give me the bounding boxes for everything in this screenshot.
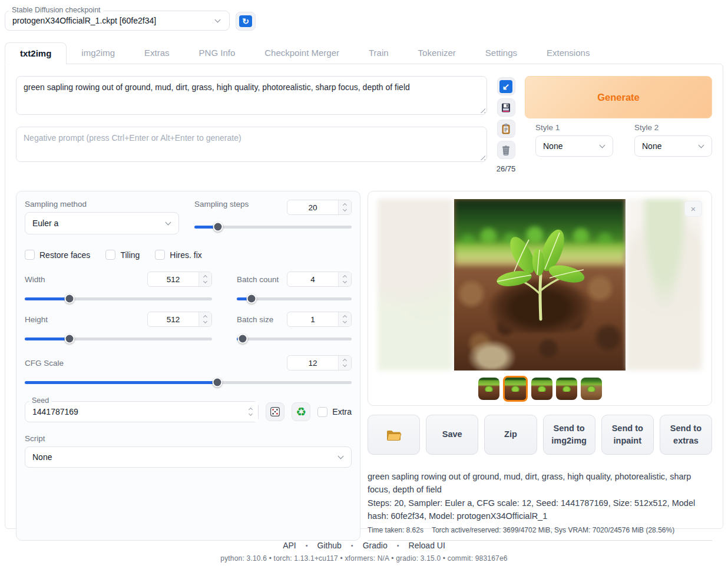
width-slider[interactable] [25, 294, 212, 303]
tab-txt2img[interactable]: txt2img [5, 42, 67, 65]
batch-count-input[interactable]: 4 [287, 272, 352, 287]
footer-links: API • Github • Gradio • Reload UI [0, 541, 728, 550]
send-to-img2img-button[interactable]: Send to img2img [543, 415, 595, 455]
stepper-arrows[interactable] [198, 312, 211, 326]
clipboard-icon [500, 123, 512, 135]
send-to-extras-button[interactable]: Send to extras [660, 415, 712, 455]
cfg-scale-slider[interactable] [25, 378, 352, 387]
height-slider[interactable] [25, 334, 212, 343]
apply-style-button[interactable] [497, 120, 515, 138]
sampling-steps-label: Sampling steps [194, 200, 249, 209]
checkbox-box[interactable] [25, 250, 35, 260]
stepper-arrows[interactable] [338, 312, 351, 326]
refresh-icon: ↻ [239, 15, 252, 27]
batch-count-slider[interactable] [237, 294, 352, 303]
token-counter: 26/75 [497, 164, 516, 173]
close-gallery-button[interactable]: × [684, 201, 702, 217]
slider-handle[interactable] [65, 334, 75, 344]
gallery-blur-right [627, 199, 702, 370]
slider-handle[interactable] [65, 294, 75, 304]
github-link[interactable]: Github [317, 541, 342, 550]
stepper-arrows[interactable] [338, 200, 351, 214]
checkpoint-dropdown[interactable]: Stable Diffusion checkpoint protogenX34O… [5, 11, 230, 31]
save-button[interactable]: Save [426, 415, 478, 455]
folder-icon [386, 429, 402, 441]
prompt-input[interactable]: green sapling rowing out of ground, mud,… [16, 76, 487, 115]
stepper-arrows[interactable] [338, 272, 351, 286]
stepper-arrows[interactable] [198, 272, 211, 286]
script-dropdown[interactable]: None [25, 446, 352, 468]
sampling-method-dropdown[interactable]: Euler a [25, 212, 179, 234]
slider-handle[interactable] [247, 294, 257, 304]
api-link[interactable]: API [283, 541, 296, 550]
width-input[interactable]: 512 [147, 272, 212, 287]
stepper-arrows[interactable] [338, 356, 351, 370]
tab-settings[interactable]: Settings [471, 42, 532, 64]
thumbnail-1[interactable] [478, 378, 499, 400]
checkbox-box[interactable] [105, 250, 115, 260]
reuse-seed-button[interactable]: ♻ [292, 402, 310, 421]
sampling-steps-slider[interactable] [194, 222, 352, 231]
bullet-separator: • [397, 542, 399, 549]
batch-count-label: Batch count [237, 275, 279, 284]
thumbnail-4[interactable] [556, 378, 577, 400]
extra-seed-checkbox[interactable]: Extra [317, 407, 352, 417]
slider-handle[interactable] [213, 222, 223, 232]
info-performance: Time taken: 8.62sTorch active/reserved: … [368, 526, 712, 534]
open-folder-button[interactable] [368, 415, 420, 455]
reload-ui-link[interactable]: Reload UI [409, 541, 445, 550]
thumbnail-2-selected[interactable] [503, 376, 528, 402]
close-icon: × [691, 204, 696, 214]
style1-dropdown[interactable]: None [535, 135, 613, 157]
thumbnail-3[interactable] [531, 378, 552, 400]
txt2img-panel: green sapling rowing out of ground, mud,… [5, 64, 723, 529]
tab-png-info[interactable]: PNG Info [184, 42, 250, 64]
negative-prompt-input[interactable] [16, 127, 487, 162]
save-style-button[interactable] [497, 98, 515, 117]
tab-extensions[interactable]: Extensions [532, 42, 604, 64]
script-value: None [32, 452, 334, 462]
checkbox-box[interactable] [155, 250, 165, 260]
stepper-arrows[interactable] [243, 402, 258, 422]
seed-input[interactable]: Seed 1441787169 [25, 401, 259, 422]
paste-params-button[interactable]: ↙ [497, 77, 515, 95]
slider-handle[interactable] [237, 334, 247, 344]
generate-column: Generate Style 1 None Style 2 None [525, 76, 712, 173]
send-to-inpaint-button[interactable]: Send to inpaint [601, 415, 654, 455]
results-column: × [368, 191, 712, 541]
batch-size-input[interactable]: 1 [287, 312, 352, 327]
checkpoint-value: protogenX34OfficialR_1.ckpt [60fe2f34] [12, 16, 211, 25]
checkbox-box[interactable] [317, 407, 327, 417]
sampling-steps-group: Sampling steps 20 [194, 200, 352, 234]
tab-train[interactable]: Train [354, 42, 403, 64]
tiling-checkbox[interactable]: Tiling [105, 250, 140, 260]
random-seed-button[interactable] [266, 402, 284, 421]
clear-prompt-button[interactable] [497, 141, 515, 159]
cfg-scale-input[interactable]: 12 [287, 355, 352, 370]
style2-dropdown[interactable]: None [634, 135, 712, 157]
image-actions-row: Save Zip Send to img2img Send to inpaint… [368, 415, 712, 455]
tab-checkpoint-merger[interactable]: Checkpoint Merger [250, 42, 354, 64]
refresh-checkpoints-button[interactable]: ↻ [236, 12, 256, 31]
dimensions-column: Width 512 [25, 272, 212, 352]
chevron-down-icon [600, 142, 605, 148]
zip-button[interactable]: Zip [484, 415, 537, 455]
slider-handle[interactable] [213, 378, 223, 388]
height-input[interactable]: 512 [147, 312, 212, 327]
generate-button[interactable]: Generate [525, 76, 712, 118]
thumbnail-5[interactable] [581, 378, 602, 400]
generated-image[interactable] [454, 199, 626, 370]
tab-extras[interactable]: Extras [130, 42, 184, 64]
restore-faces-checkbox[interactable]: Restore faces [25, 250, 90, 260]
tab-img2img[interactable]: img2img [67, 42, 130, 64]
gradio-link[interactable]: Gradio [363, 541, 388, 550]
style2-value: None [642, 141, 694, 151]
sampling-steps-input[interactable]: 20 [287, 200, 352, 215]
batch-size-slider[interactable] [237, 334, 352, 343]
tab-tokenizer[interactable]: Tokenizer [403, 42, 471, 64]
prompt-textarea-wrap: green sapling rowing out of ground, mud,… [16, 76, 487, 115]
hires-fix-checkbox[interactable]: Hires. fix [155, 250, 201, 260]
dice-icon [269, 406, 281, 418]
cfg-scale-label: CFG Scale [25, 359, 64, 368]
gallery-main [376, 199, 703, 370]
